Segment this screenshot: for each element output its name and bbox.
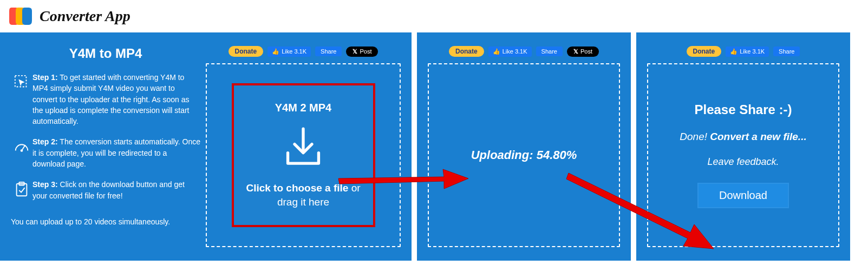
- panel-instructions-upload: Y4M to MP4 Step 1: To get started with c…: [0, 32, 412, 261]
- thumbs-up-icon: 👍: [493, 48, 500, 55]
- clipboard-check-icon: [11, 179, 32, 201]
- upload-dashed-box: Y4M 2 MP4 Click to choose a file or drag…: [206, 63, 401, 247]
- step-2: Step 2: The conversion starts automatica…: [11, 136, 200, 169]
- fb-like-button[interactable]: 👍Like 3.1K: [267, 47, 311, 57]
- page-title: Y4M to MP4: [11, 46, 200, 61]
- dropzone-cta: Click to choose a file or drag it here: [242, 181, 365, 209]
- step-3-text: Step 3: Click on the download button and…: [32, 179, 200, 201]
- app-header: Converter App: [0, 0, 868, 32]
- svg-point-2: [21, 150, 23, 152]
- app-logo-icon: [8, 5, 34, 27]
- thumbs-up-icon: 👍: [272, 48, 279, 55]
- social-row: Donate 👍Like 3.1K Share 𝕏Post: [428, 46, 620, 57]
- x-icon: 𝕏: [573, 48, 578, 55]
- fb-share-button[interactable]: Share: [536, 47, 563, 56]
- panel-uploading: Donate 👍Like 3.1K Share 𝕏Post Uploading:…: [417, 32, 631, 261]
- fb-like-label: Like 3.1K: [282, 48, 306, 55]
- fb-like-label: Like 3.1K: [740, 48, 765, 55]
- fb-like-button[interactable]: 👍Like 3.1K: [488, 47, 532, 57]
- social-row: Donate 👍Like 3.1K Share: [647, 46, 839, 57]
- file-dropzone[interactable]: Y4M 2 MP4 Click to choose a file or drag…: [232, 83, 375, 227]
- download-arrow-icon: [279, 125, 328, 170]
- done-line: Done! Convert a new file...: [680, 131, 806, 143]
- dropzone-title: Y4M 2 MP4: [275, 102, 331, 114]
- feedback-link[interactable]: Leave feedback.: [707, 156, 779, 168]
- x-post-button[interactable]: 𝕏Post: [346, 47, 378, 57]
- fb-like-button[interactable]: 👍Like 3.1K: [726, 47, 769, 57]
- step-1: Step 1: To get started with converting Y…: [11, 72, 200, 127]
- fb-like-label: Like 3.1K: [502, 48, 527, 55]
- donate-button[interactable]: Donate: [229, 46, 264, 57]
- x-post-button[interactable]: 𝕏Post: [567, 47, 599, 57]
- x-post-label: Post: [360, 48, 371, 55]
- upload-card: Donate 👍Like 3.1K Share 𝕏Post Y4M 2 MP4 …: [206, 46, 401, 247]
- uploading-dashed-box: Uploading: 54.80%: [428, 63, 620, 247]
- social-row: Donate 👍Like 3.1K Share 𝕏Post: [206, 46, 401, 57]
- download-button[interactable]: Download: [697, 183, 789, 208]
- speed-icon: [11, 136, 32, 169]
- instructions-column: Y4M to MP4 Step 1: To get started with c…: [11, 46, 206, 247]
- step-1-text: Step 1: To get started with converting Y…: [32, 72, 200, 127]
- upload-limit-note: You can upload up to 20 videos simultane…: [11, 217, 200, 226]
- fb-share-button[interactable]: Share: [773, 47, 800, 56]
- convert-new-file-link[interactable]: Convert a new file...: [710, 131, 806, 142]
- cursor-icon: [11, 72, 32, 127]
- panel-done: Donate 👍Like 3.1K Share Please Share :-)…: [636, 32, 850, 261]
- done-dashed-box: Please Share :-) Done! Convert a new fil…: [647, 63, 839, 247]
- x-post-label: Post: [580, 48, 592, 55]
- fb-share-button[interactable]: Share: [315, 47, 342, 56]
- step-2-text: Step 2: The conversion starts automatica…: [32, 136, 200, 169]
- donate-button[interactable]: Donate: [449, 46, 484, 57]
- upload-percent: 54.80%: [537, 148, 577, 162]
- donate-button[interactable]: Donate: [687, 46, 722, 57]
- share-title: Please Share :-): [694, 102, 792, 117]
- thumbs-up-icon: 👍: [730, 48, 738, 55]
- step-3: Step 3: Click on the download button and…: [11, 179, 200, 201]
- main-row: Y4M to MP4 Step 1: To get started with c…: [0, 32, 868, 261]
- uploading-status: Uploading: 54.80%: [471, 148, 577, 162]
- app-logo-text: Converter App: [40, 8, 130, 25]
- x-icon: 𝕏: [353, 48, 357, 55]
